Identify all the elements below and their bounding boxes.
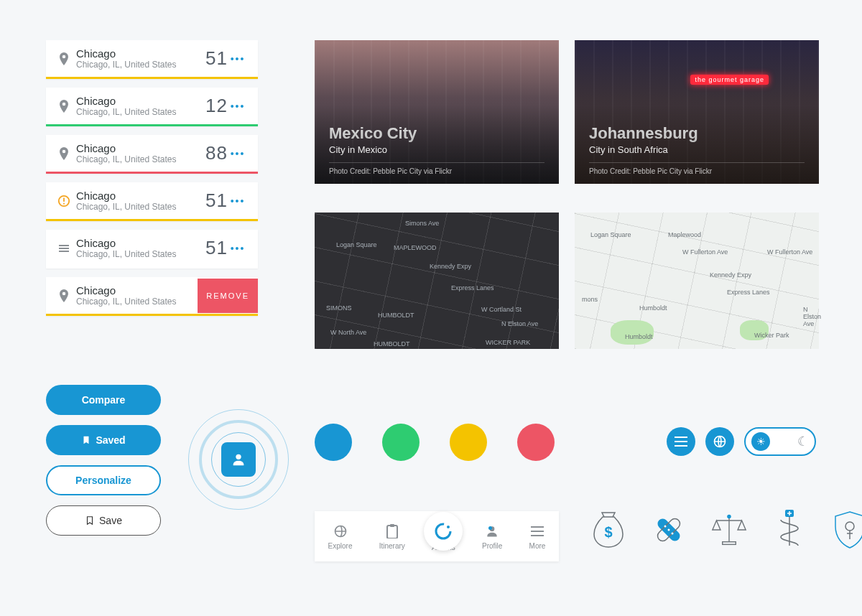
map-label: Wicker Park (754, 332, 789, 339)
city-score: 51 (205, 190, 228, 212)
nav-explore[interactable]: Explore (328, 523, 353, 550)
map-label: Logan Square (336, 241, 377, 248)
notification-dot-icon (488, 526, 492, 530)
svg-rect-13 (390, 524, 394, 527)
svg-rect-18 (531, 531, 544, 532)
more-icon[interactable]: ••• (228, 101, 248, 112)
swatch-green[interactable] (382, 424, 420, 461)
city-name: Chicago (76, 237, 205, 249)
map-dark-preview[interactable]: Logan SquareMAPLEWOODKennedy ExpyExpress… (315, 213, 559, 349)
money-bag-icon: $ (590, 508, 626, 551)
city-name: Chicago (76, 190, 205, 202)
city-hero-card[interactable]: the gourmet garage Johannesburg City in … (575, 40, 819, 184)
map-label: W Cortland St (481, 306, 522, 313)
map-label: Express Lanes (727, 289, 770, 296)
map-label: Simons Ave (405, 220, 439, 227)
svg-rect-5 (59, 251, 69, 252)
photo-credit: Photo Credit: Pebble Pic City via Flickr (329, 162, 544, 175)
city-score: 88 (205, 142, 228, 164)
svg-rect-17 (531, 526, 544, 528)
city-compare-list: Chicago Chicago, IL, United States 51 ••… (46, 40, 258, 325)
bookmark-outline-icon (85, 515, 95, 526)
nav-more[interactable]: More (529, 523, 546, 550)
sun-icon: ☀ (751, 432, 770, 451)
city-sub: Chicago, IL, United States (76, 202, 205, 212)
city-list-item[interactable]: Chicago Chicago, IL, United States REMOV… (46, 277, 258, 316)
more-icon[interactable]: ••• (228, 53, 248, 65)
more-icon[interactable]: ••• (228, 243, 248, 254)
map-label: W North Ave (330, 329, 366, 336)
personalize-label: Personalize (75, 475, 131, 486)
city-hero-card[interactable]: Mexico City City in Mexico Photo Credit:… (315, 40, 559, 184)
globe-icon (713, 434, 727, 449)
map-label: W Fullerton Ave (767, 248, 812, 256)
pin-icon (56, 147, 72, 160)
alert-icon (56, 195, 72, 207)
save-button[interactable]: Save (46, 505, 161, 536)
globe-button[interactable] (705, 427, 734, 456)
day-night-toggle[interactable]: ☀ ☾ (744, 427, 816, 456)
map-label: HUMBOLDT (374, 340, 410, 347)
svg-rect-8 (675, 441, 687, 442)
city-sub: Chicago, IL, United States (76, 249, 205, 259)
svg-point-24 (664, 526, 667, 528)
nav-itinerary[interactable]: Itinerary (379, 523, 405, 550)
city-score: 51 (205, 47, 228, 70)
menu-button[interactable] (667, 427, 695, 456)
city-list-item[interactable]: Chicago Chicago, IL, United States 88 ••… (46, 135, 258, 174)
map-label: Kennedy Expy (710, 271, 751, 279)
action-pills: Compare Saved Personalize Save (46, 385, 161, 536)
map-label: Logan Square (590, 231, 631, 238)
city-list-item[interactable]: Chicago Chicago, IL, United States 12 ••… (46, 88, 258, 126)
svg-rect-12 (387, 526, 397, 538)
nav-profile[interactable]: Profile (482, 523, 502, 550)
nav-active-halo (424, 512, 463, 551)
nav-label: Itinerary (379, 542, 405, 550)
color-swatches (315, 424, 555, 461)
city-list-item[interactable]: Chicago Chicago, IL, United States 51 ••… (46, 230, 258, 269)
personalize-button[interactable]: Personalize (46, 465, 161, 495)
swatch-amber[interactable] (450, 424, 487, 461)
city-name: Chicago (76, 95, 205, 107)
map-label: N Elston Ave (803, 306, 821, 327)
hamburger-icon (529, 523, 545, 539)
more-icon[interactable]: ••• (228, 195, 248, 207)
remove-button[interactable]: REMOVE (198, 279, 258, 313)
city-sub: Chicago, IL, United States (76, 60, 205, 70)
svg-point-15 (447, 526, 450, 528)
map-label: Kennedy Expy (430, 263, 471, 270)
city-list-item[interactable]: Chicago Chicago, IL, United States 51 ••… (46, 182, 258, 221)
category-icons: $ (590, 508, 862, 551)
saved-button[interactable]: Saved (46, 425, 161, 455)
city-list-item[interactable]: Chicago Chicago, IL, United States 51 ••… (46, 40, 258, 79)
user-marker-radar (181, 402, 296, 517)
clipboard-icon (384, 523, 400, 539)
swatch-red[interactable] (517, 424, 555, 461)
city-score: 12 (205, 95, 228, 117)
hero-subtitle: City in Mexico (329, 144, 544, 155)
drag-handle-icon[interactable] (56, 245, 72, 252)
swatch-primary[interactable] (315, 424, 352, 461)
bookmark-icon (81, 435, 91, 445)
map-control-buttons: ☀ ☾ (667, 427, 816, 456)
svg-rect-19 (531, 535, 544, 536)
more-icon[interactable]: ••• (228, 148, 248, 159)
nav-label: Profile (482, 542, 502, 550)
map-label: Humboldt (639, 304, 667, 312)
nav-label: Explore (328, 542, 353, 550)
map-label: mons (582, 296, 598, 303)
nav-actions[interactable]: Actions (432, 522, 455, 551)
map-label: Maplewood (668, 231, 701, 238)
hamburger-icon (675, 437, 687, 447)
map-label: N Elston Ave (501, 320, 538, 327)
nav-label: More (529, 542, 546, 550)
svg-text:$: $ (604, 524, 612, 540)
pin-icon (56, 289, 72, 302)
save-label: Save (99, 515, 122, 526)
map-label: MAPLEWOOD (394, 244, 437, 251)
map-light-preview[interactable]: Logan SquareMaplewoodW Fullerton AveW Fu… (575, 213, 819, 349)
svg-rect-28 (723, 542, 736, 545)
city-name: Chicago (76, 47, 205, 60)
compare-button[interactable]: Compare (46, 385, 161, 415)
user-pin-icon[interactable] (221, 442, 256, 477)
